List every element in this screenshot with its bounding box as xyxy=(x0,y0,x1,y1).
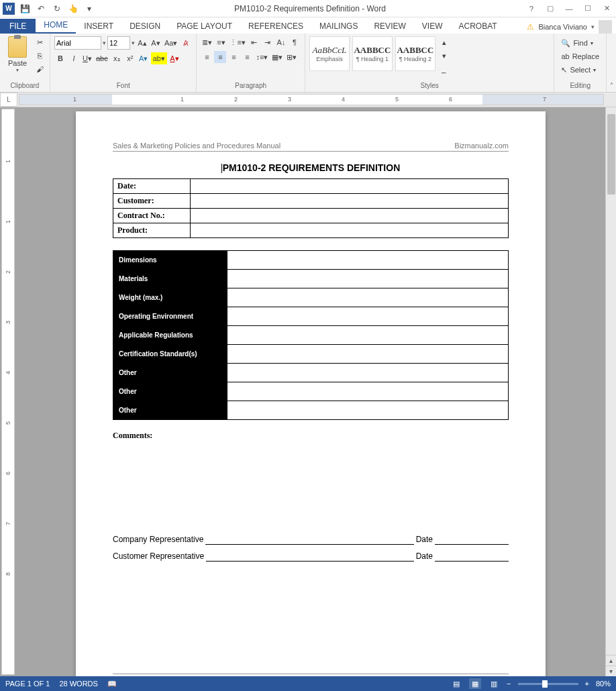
group-paragraph: ≣▾ ≡▾ ⋮≡▾ ⇤ ⇥ A↓ ¶ ≡ ≡ ≡ ≡ ↕≡▾ ▦▾ ⊞▾ Par… xyxy=(197,34,305,92)
scroll-thumb[interactable] xyxy=(607,114,615,195)
multilevel-list-icon[interactable]: ⋮≡▾ xyxy=(228,36,246,48)
paste-icon xyxy=(8,36,27,58)
tab-references[interactable]: REFERENCES xyxy=(240,19,311,34)
tab-review[interactable]: REVIEW xyxy=(366,19,413,34)
text-effects-icon[interactable]: A▾ xyxy=(138,52,150,64)
touch-mode-icon[interactable]: 👆 xyxy=(67,3,79,15)
borders-icon[interactable]: ⊞▾ xyxy=(285,51,298,63)
decrease-indent-icon[interactable]: ⇤ xyxy=(248,36,260,48)
style-heading-1[interactable]: AABBCC ¶ Heading 1 xyxy=(352,36,393,71)
help-icon[interactable]: ? xyxy=(525,2,538,15)
select-button[interactable]: ↖ Select ▾ xyxy=(558,63,599,76)
cut-icon[interactable]: ✂ xyxy=(34,36,46,48)
tab-design[interactable]: DESIGN xyxy=(121,19,168,34)
undo-icon[interactable]: ↶ xyxy=(35,3,47,15)
style-emphasis[interactable]: AaBbCcL Emphasis xyxy=(309,36,350,71)
style-heading-2[interactable]: AABBCC ¶ Heading 2 xyxy=(395,36,435,71)
align-center-icon[interactable]: ≡ xyxy=(214,51,226,63)
print-layout-icon[interactable]: ▦ xyxy=(469,678,481,689)
copy-icon[interactable]: ⎘ xyxy=(34,50,46,62)
document-canvas[interactable]: Sales & Marketing Policies and Procedure… xyxy=(16,107,605,676)
paste-button[interactable]: Paste ▾ xyxy=(4,36,31,73)
show-marks-icon[interactable]: ¶ xyxy=(289,36,301,48)
highlight-icon[interactable]: ab▾ xyxy=(151,52,167,64)
ribbon-display-icon[interactable]: ▢ xyxy=(544,2,557,15)
page-indicator[interactable]: PAGE 1 OF 1 xyxy=(5,680,50,688)
info-table: Date: Customer: Contract No.: Product: xyxy=(113,178,509,238)
word-app-icon[interactable]: W xyxy=(3,3,15,15)
align-right-icon[interactable]: ≡ xyxy=(227,51,240,63)
subscript-button[interactable]: x₂ xyxy=(111,52,123,64)
group-editing: 🔍 Find ▾ ab Replace ↖ Select ▾ Editing xyxy=(554,34,607,92)
bullets-icon[interactable]: ≣▾ xyxy=(201,36,213,48)
user-dropdown-icon[interactable]: ▾ xyxy=(591,23,595,30)
clear-formatting-icon[interactable]: A̷ xyxy=(180,37,192,49)
underline-button[interactable]: U▾ xyxy=(81,52,93,64)
replace-button[interactable]: ab Replace xyxy=(558,50,602,63)
sort-icon[interactable]: A↓ xyxy=(275,36,287,48)
ruler-vertical[interactable]: 112 345 678 xyxy=(1,109,15,675)
vertical-scrollbar[interactable]: ▴ ▾ xyxy=(605,107,616,676)
change-case-icon[interactable]: Aa▾ xyxy=(163,37,178,49)
numbering-icon[interactable]: ≡▾ xyxy=(215,36,227,48)
maximize-icon[interactable]: ☐ xyxy=(581,2,595,15)
page[interactable]: Sales & Marketing Policies and Procedure… xyxy=(76,111,546,676)
collapse-ribbon-icon[interactable]: ˄ xyxy=(610,82,613,89)
table-row: Product: xyxy=(113,223,509,238)
group-styles-label: Styles xyxy=(309,81,550,91)
tab-insert[interactable]: INSERT xyxy=(76,19,121,34)
bold-button[interactable]: B xyxy=(54,52,66,64)
tab-mailings[interactable]: MAILINGS xyxy=(311,19,366,34)
read-mode-icon[interactable]: ▤ xyxy=(450,678,462,689)
ruler-horizontal[interactable]: 1 1 2 3 4 5 6 7 xyxy=(19,94,604,105)
shading-icon[interactable]: ▦▾ xyxy=(270,51,284,63)
grow-font-icon[interactable]: A▴ xyxy=(136,37,148,49)
group-font: ▾ ▾ A▴ A▾ Aa▾ A̷ B I U▾ abc x₂ x² A▾ ab▾… xyxy=(50,34,197,92)
comments-label: Comments: xyxy=(113,431,509,441)
tab-page-layout[interactable]: PAGE LAYOUT xyxy=(168,19,240,34)
avatar[interactable] xyxy=(599,20,612,34)
styles-more-icon[interactable]: ⎯ xyxy=(438,63,450,75)
increase-indent-icon[interactable]: ⇥ xyxy=(262,36,274,48)
zoom-level[interactable]: 80% xyxy=(596,680,611,688)
header-right: Bizmanualz.com xyxy=(454,142,509,150)
scroll-up-icon[interactable]: ▴ xyxy=(606,655,616,666)
user-name[interactable]: Bianca Viviano xyxy=(538,23,587,31)
zoom-in-icon[interactable]: + xyxy=(585,680,589,688)
word-count[interactable]: 28 WORDS xyxy=(59,680,97,688)
font-size-select[interactable] xyxy=(107,36,130,50)
window-title: PM1010-2 Requirements Definition - Word xyxy=(95,4,525,13)
shrink-font-icon[interactable]: A▾ xyxy=(150,37,162,49)
find-button[interactable]: 🔍 Find ▾ xyxy=(558,36,595,50)
zoom-slider[interactable] xyxy=(518,683,578,685)
table-row: Other xyxy=(113,364,509,382)
proofing-icon[interactable]: 📖 xyxy=(107,680,117,688)
styles-scroll-down-icon[interactable]: ▾ xyxy=(438,50,450,62)
strikethrough-button[interactable]: abc xyxy=(95,52,109,64)
tab-home[interactable]: HOME xyxy=(36,17,76,34)
font-color-icon[interactable]: A▾ xyxy=(168,52,181,64)
statusbar: PAGE 1 OF 1 28 WORDS 📖 ▤ ▦ ▥ − + 80% xyxy=(0,676,616,691)
font-name-select[interactable] xyxy=(54,36,101,50)
redo-icon[interactable]: ↻ xyxy=(51,3,63,15)
scroll-down-icon[interactable]: ▾ xyxy=(606,666,616,676)
superscript-button[interactable]: x² xyxy=(124,52,136,64)
tab-view[interactable]: VIEW xyxy=(414,19,451,34)
line-spacing-icon[interactable]: ↕≡▾ xyxy=(254,51,269,63)
italic-button[interactable]: I xyxy=(68,52,80,64)
minimize-icon[interactable]: — xyxy=(562,2,576,15)
justify-icon[interactable]: ≡ xyxy=(241,51,253,63)
format-painter-icon[interactable]: 🖌 xyxy=(34,63,46,75)
styles-scroll-up-icon[interactable]: ▴ xyxy=(438,36,450,48)
qat-more-icon[interactable]: ▾ xyxy=(83,3,95,15)
table-row: Operating Environment xyxy=(113,307,509,326)
close-icon[interactable]: ✕ xyxy=(600,2,613,15)
zoom-out-icon[interactable]: − xyxy=(507,680,511,688)
tab-acrobat[interactable]: ACROBAT xyxy=(450,19,505,34)
save-icon[interactable]: 💾 xyxy=(19,3,31,15)
tab-file[interactable]: FILE xyxy=(0,19,36,34)
group-clipboard-label: Clipboard xyxy=(4,81,46,91)
web-layout-icon[interactable]: ▥ xyxy=(488,678,500,689)
align-left-icon[interactable]: ≡ xyxy=(201,51,213,63)
ruler-corner[interactable]: L xyxy=(0,93,17,107)
